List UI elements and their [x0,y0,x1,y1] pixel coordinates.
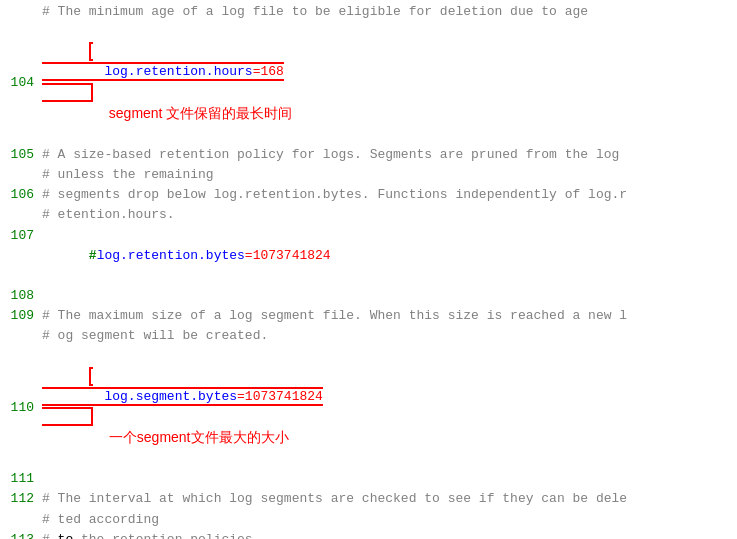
val-retention-bytes: =1073741824 [245,248,331,263]
line-number-106: 106 [4,185,42,205]
line-content-107: #log.retention.bytes=1073741824 [42,226,733,286]
code-line-107: 107 #log.retention.bytes=1073741824 [0,226,737,286]
line-content-109b: # og segment will be created. [42,326,733,346]
code-container: # The minimum age of a log file to be el… [0,0,737,539]
val-segment-bytes: =1073741824 [237,389,323,404]
key-log-retention-hours: log.retention.hours [104,64,252,79]
line-content-105b: # unless the remaining [42,165,733,185]
line-number-104: 104 [4,73,42,93]
line-number-105: 105 [4,145,42,165]
code-line-105b: # unless the remaining [0,165,737,185]
line-content-106: # segments drop below log.retention.byte… [42,185,733,205]
line-content-104: log.retention.hours=168 segment 文件保留的最长时… [42,22,733,145]
line-content-112b: # ted according [42,510,733,530]
annotation-segment-bytes: 一个segment文件最大的大小 [109,429,289,445]
code-line-105: 105 # A size-based retention policy for … [0,145,737,165]
annotation-retention-hours: segment 文件保留的最长时间 [109,105,293,121]
line-content-110: log.segment.bytes=1073741824 一个segment文件… [42,346,733,469]
code-line-104: 104 log.retention.hours=168 segment 文件保留… [0,22,737,145]
line-content-112: # The interval at which log segments are… [42,489,733,509]
code-line-109b: # og segment will be created. [0,326,737,346]
line-content-106b: # etention.hours. [42,205,733,225]
code-line: # The minimum age of a log file to be el… [0,2,737,22]
code-line-109: 109 # The maximum size of a log segment … [0,306,737,326]
key-retention-bytes: log.retention.bytes [97,248,245,263]
line-number-113: 113 [4,530,42,539]
hash-marker-107: # [89,248,97,263]
line-content-113: # to the retention policies [42,530,733,539]
line-number-111: 111 [4,469,42,489]
line-content: # The minimum age of a log file to be el… [42,2,733,22]
code-line-110: 110 log.segment.bytes=1073741824 一个segme… [0,346,737,469]
line-content-105: # A size-based retention policy for logs… [42,145,733,165]
line-number-109: 109 [4,306,42,326]
line-number-107: 107 [4,226,42,246]
line-number-112: 112 [4,489,42,509]
code-line-106: 106 # segments drop below log.retention.… [0,185,737,205]
line-content-109: # The maximum size of a log segment file… [42,306,733,326]
code-line-108: 108 [0,286,737,306]
code-line-112b: # ted according [0,510,737,530]
code-line-106b: # etention.hours. [0,205,737,225]
line-number-108: 108 [4,286,42,306]
code-line-111: 111 [0,469,737,489]
code-line-112: 112 # The interval at which log segments… [0,489,737,509]
line-number-110: 110 [4,398,42,418]
key-segment-bytes: log.segment.bytes [104,389,237,404]
code-line-113: 113 # to the retention policies [0,530,737,539]
